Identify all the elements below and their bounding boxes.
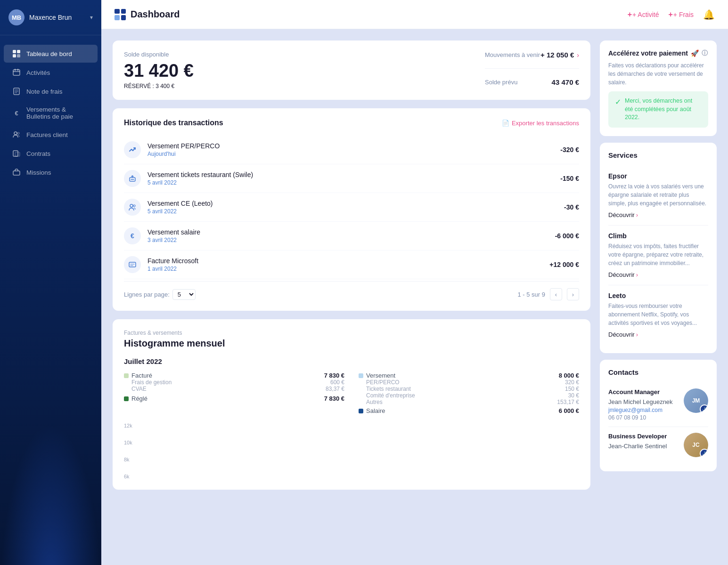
avatar: MB: [8, 9, 25, 25]
contacts-title: Contacts: [608, 368, 708, 376]
activite-button[interactable]: + + Activité: [628, 10, 659, 19]
legend-cvae: CVAE 83,37 €: [124, 386, 344, 392]
movements-row: Mouvements à venir + 12 050 € ›: [485, 51, 579, 59]
sidebar-item-label: Missions: [26, 169, 51, 176]
payment-desc: Faites vos déclarations pour accélérer l…: [608, 61, 708, 87]
topbar: Dashboard + + Activité + + Frais 🔔: [101, 0, 728, 29]
frais-button[interactable]: + + Frais: [668, 10, 694, 19]
tx-date-4: 1 avril 2022: [147, 266, 543, 272]
tx-icon-1: [124, 170, 141, 187]
autres-value: 153,17 €: [557, 399, 579, 405]
tx-date-0: Aujourd'hui: [147, 151, 554, 157]
sidebar-user[interactable]: MB Maxence Brun ▾: [0, 0, 101, 35]
page-size: Lignes par page: 5 10 20: [124, 289, 196, 300]
svg-point-13: [17, 132, 19, 134]
page-nav: 1 - 5 sur 9 ‹ ›: [517, 288, 579, 300]
tx-info-1: Versement tickets restaurant (Swile) 5 a…: [147, 171, 554, 186]
bell-icon[interactable]: 🔔: [703, 9, 715, 20]
facture-dot: [124, 373, 129, 378]
service-item-epsor: Epsor Ouvrez la voie à vos salariés vers…: [608, 166, 708, 226]
balance-card: Solde disponible 31 420 € RÉSERVÉ : 3 40…: [113, 40, 590, 100]
svg-point-19: [130, 204, 133, 207]
contact-info-am: Account Manager Jean Michel Legueznek jm…: [608, 388, 678, 421]
service-desc-climb: Réduisez vos impôts, faites fructifier v…: [608, 242, 708, 267]
legend-tickets: Tickets restaurant 150 €: [359, 386, 579, 392]
transaction-item: Versement CE (Leeto) 5 avril 2022 -30 €: [124, 193, 579, 222]
chart-bars: [141, 423, 579, 479]
contact-role-am: Account Manager: [608, 388, 678, 396]
transaction-item: Versement tickets restaurant (Swile) 5 a…: [124, 164, 579, 193]
topbar-logo: Dashboard: [115, 9, 180, 20]
sidebar-item-missions[interactable]: Missions: [4, 163, 98, 181]
discover-link-leeto[interactable]: Découvrir ›: [608, 331, 708, 338]
service-name-climb: Climb: [608, 232, 708, 240]
transaction-item: Versement PER/PERCO Aujourd'hui -320 €: [124, 136, 579, 164]
histogram-month: Juillet 2022: [124, 357, 579, 365]
chevron-right-icon: ›: [636, 331, 638, 338]
success-text: Merci, vos démarches ont été complétées …: [625, 97, 702, 122]
regle-label: Réglé: [124, 395, 147, 402]
sidebar-item-contrats[interactable]: Contrats: [4, 145, 98, 162]
check-icon: ✓: [615, 97, 621, 106]
histogram-legend: Facturé 7 830 € Frais de gestion 600 € C…: [124, 372, 579, 414]
tickets-label: Tickets restaurant: [366, 386, 411, 392]
dashboard-icon: [12, 49, 21, 58]
contrats-icon: [12, 149, 21, 158]
info-icon: ⓘ: [702, 49, 708, 57]
legend-frais: Frais de gestion 600 €: [124, 379, 344, 386]
export-label: Exporter les transactions: [512, 120, 579, 127]
versements-icon: €: [12, 109, 21, 117]
perperco-label: PER/PERCO: [366, 379, 400, 386]
cvae-label: CVAE: [131, 386, 147, 392]
tx-icon-4: [124, 256, 141, 273]
sidebar-item-note-de-frais[interactable]: Note de frais: [4, 82, 98, 100]
export-button[interactable]: 📄 Exporter les transactions: [502, 120, 579, 127]
discover-link-epsor[interactable]: Découvrir ›: [608, 211, 708, 218]
prev-page-button[interactable]: ‹: [550, 288, 562, 300]
tx-info-3: Versement salaire 3 avril 2022: [147, 228, 548, 243]
legend-perperco: PER/PERCO 320 €: [359, 379, 579, 386]
transaction-item: € Versement salaire 3 avril 2022 -6 000 …: [124, 222, 579, 250]
services-title: Services: [608, 151, 708, 159]
per-page-select[interactable]: 5 10 20: [172, 289, 196, 300]
reserve-text: RÉSERVÉ : 3 400 €: [124, 83, 174, 89]
svg-rect-3: [17, 54, 20, 57]
service-name-leeto: Leeto: [608, 292, 708, 299]
transactions-title: Historique des transactions: [124, 119, 223, 127]
tx-amount-4: +12 000 €: [549, 261, 579, 268]
sidebar-item-versements[interactable]: € Versements & Bulletins de paie: [4, 101, 98, 125]
contact-badge-am: ⚓: [700, 404, 708, 413]
sidebar-item-activites[interactable]: Activités: [4, 64, 98, 81]
contact-email-am[interactable]: jmleguez@gmail.com: [608, 407, 678, 413]
salaire-dot: [359, 409, 363, 413]
transaction-item: Facture Microsoft 1 avril 2022 +12 000 €: [124, 250, 579, 279]
success-banner: ✓ Merci, vos démarches ont été complétée…: [608, 91, 708, 128]
activite-label: + Activité: [632, 11, 659, 18]
export-icon: 📄: [502, 120, 509, 127]
topbar-actions: + + Activité + + Frais 🔔: [628, 9, 715, 20]
contact-name-am: Jean Michel Legueznek: [608, 398, 678, 405]
legend-autres: Autres 153,17 €: [359, 399, 579, 405]
sidebar-item-factures-client[interactable]: Factures client: [4, 126, 98, 144]
transactions-header: Historique des transactions 📄 Exporter l…: [124, 119, 579, 127]
legend-facture: Facturé 7 830 €: [124, 372, 344, 379]
histogram-title: Histogramme mensuel: [124, 338, 579, 349]
svg-rect-15: [15, 152, 20, 156]
sidebar-item-tableau-de-bord[interactable]: Tableau de bord: [4, 45, 98, 63]
svg-rect-2: [13, 54, 16, 57]
movements-label: Mouvements à venir: [485, 51, 540, 58]
chevron-right-icon[interactable]: ›: [577, 51, 579, 59]
service-desc-leeto: Faites-vous rembourser votre abonnement …: [608, 302, 708, 327]
left-panel: Solde disponible 31 420 € RÉSERVÉ : 3 40…: [113, 40, 590, 554]
discover-link-climb[interactable]: Découvrir ›: [608, 271, 708, 278]
payment-title: Accélérez votre paiement 🚀 ⓘ: [608, 49, 708, 57]
lines-per-page-label: Lignes par page:: [124, 291, 170, 298]
contact-info-bd: Business Developer Jean-Charlie Sentinel: [608, 433, 678, 451]
regle-value: 7 830 €: [324, 395, 344, 402]
tx-name-1: Versement tickets restaurant (Swile): [147, 171, 554, 178]
tx-info-2: Versement CE (Leeto) 5 avril 2022: [147, 200, 557, 215]
next-page-button[interactable]: ›: [567, 288, 579, 300]
payment-card: Accélérez votre paiement 🚀 ⓘ Faites vos …: [600, 40, 717, 136]
factures-icon: [12, 130, 21, 139]
versement-label: Versement: [359, 372, 395, 379]
